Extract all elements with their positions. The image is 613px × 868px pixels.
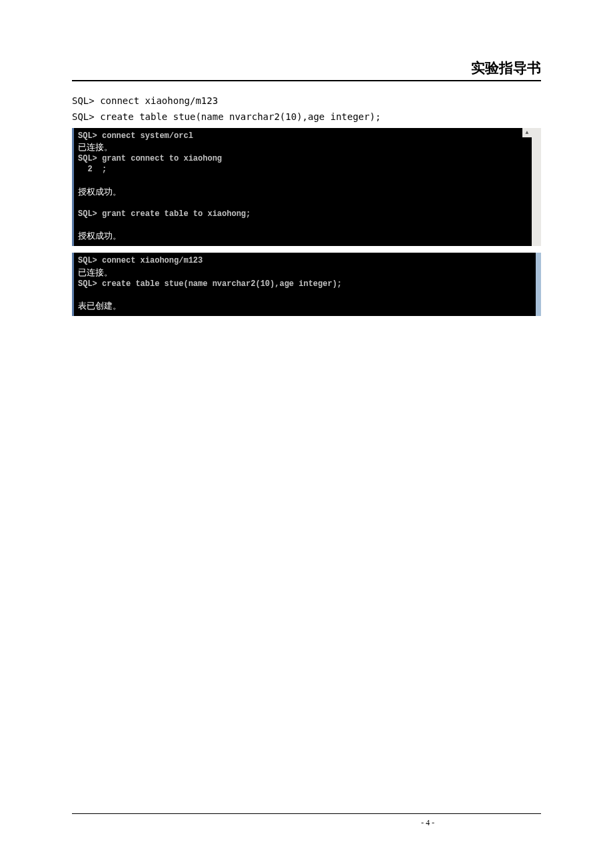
t2-l2: 已连接。 — [78, 267, 113, 277]
t1-l4: 2 ; — [78, 165, 107, 174]
t2-l5: 表已创建。 — [78, 301, 121, 311]
t2-l1: SQL> connect xiaohong/m123 — [78, 256, 203, 265]
t1-l10: 授权成功。 — [78, 231, 121, 241]
header-divider — [72, 80, 541, 81]
page-title: 实验指导书 — [72, 59, 541, 80]
scroll-up-icon[interactable]: ▲ — [522, 128, 532, 137]
sql-line-2: SQL> create table stue(name nvarchar2(10… — [72, 109, 541, 125]
t1-l6: 授权成功。 — [78, 187, 121, 197]
t1-l1: SQL> connect system/orcl — [78, 131, 193, 141]
sql-line-1: SQL> connect xiaohong/m123 — [72, 93, 541, 109]
page-number: - 4 - — [72, 818, 541, 828]
terminal-1: SQL> connect system/orcl 已连接。 SQL> grant… — [72, 128, 541, 247]
terminal-1-wrap: SQL> connect system/orcl 已连接。 SQL> grant… — [72, 128, 541, 247]
terminal-2-wrap: SQL> connect xiaohong/m123 已连接。 SQL> cre… — [72, 253, 541, 316]
t1-l3: SQL> grant connect to xiaohong — [78, 154, 222, 163]
page-content: 实验指导书 SQL> connect xiaohong/m123 SQL> cr… — [0, 0, 613, 363]
t1-l8: SQL> grant create table to xiaohong; — [78, 209, 251, 219]
terminal-2: SQL> connect xiaohong/m123 已连接。 SQL> cre… — [72, 253, 541, 316]
t1-l2: 已连接。 — [78, 142, 113, 152]
footer-divider — [72, 813, 541, 814]
page-footer: - 4 - — [72, 813, 541, 828]
t2-l3: SQL> create table stue(name nvarchar2(10… — [78, 279, 342, 289]
